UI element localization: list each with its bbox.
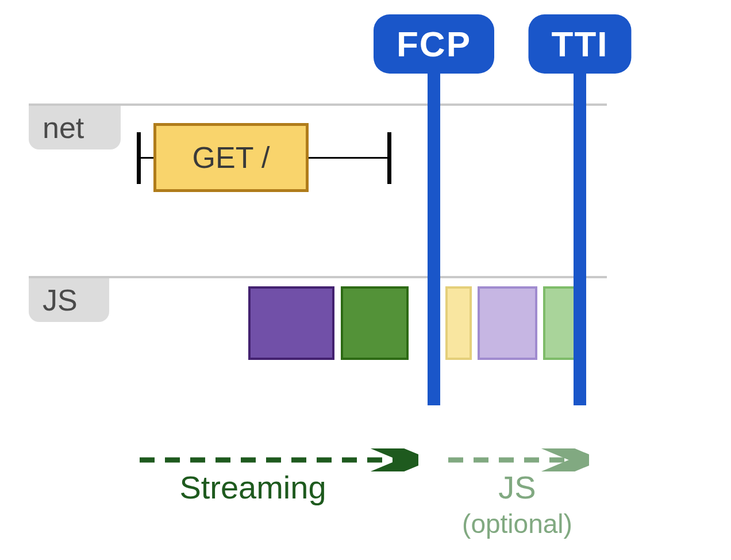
- js-task-green-optional: [543, 286, 578, 360]
- fcp-marker: FCP: [428, 14, 440, 405]
- streaming-arrow: [137, 448, 418, 471]
- timeline-diagram: FCP TTI net GET / JS Streaming: [0, 0, 731, 560]
- js-optional-caption-line2: (optional): [443, 508, 592, 539]
- js-task-purple-optional: [478, 286, 537, 360]
- js-optional-arrow: [445, 448, 589, 471]
- tti-marker: TTI: [574, 14, 586, 405]
- net-request-label: GET /: [193, 140, 270, 175]
- fcp-flag: FCP: [374, 14, 494, 74]
- row-label-js: JS: [29, 278, 109, 322]
- js-optional-caption-line1: JS: [498, 469, 536, 505]
- row-label-net: net: [29, 106, 121, 149]
- js-task-yellow-optional: [445, 286, 472, 360]
- js-task-green-1: [341, 286, 409, 360]
- net-whisker-end: [387, 132, 391, 184]
- tti-flag: TTI: [529, 14, 632, 74]
- js-task-purple-1: [248, 286, 334, 360]
- streaming-caption: Streaming: [149, 469, 356, 506]
- row-separator-js: [29, 276, 607, 278]
- js-optional-caption: JS (optional): [443, 469, 592, 539]
- net-request-box: GET /: [153, 123, 309, 192]
